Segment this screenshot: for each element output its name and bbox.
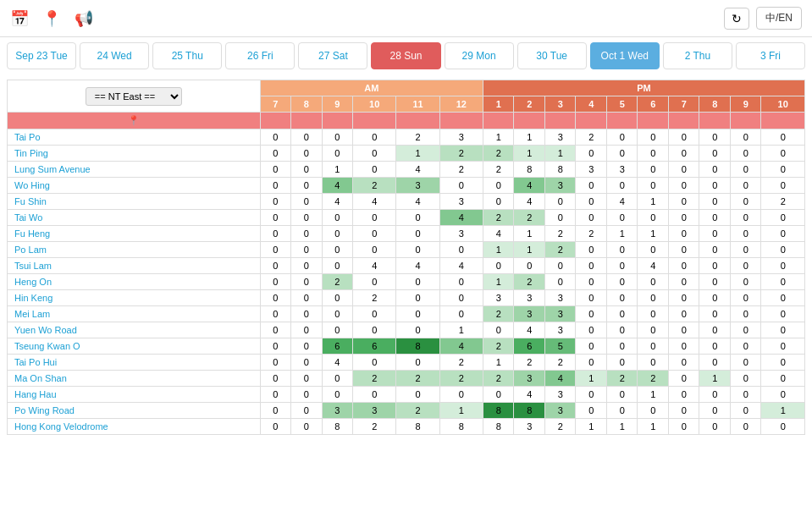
data-cell: 3	[514, 419, 545, 435]
data-cell: 0	[353, 162, 396, 178]
data-cell: 0	[576, 210, 607, 226]
date-tab[interactable]: Sep 23 Tue	[7, 42, 76, 69]
date-tab[interactable]: 28 Sun	[371, 42, 440, 69]
date-tab[interactable]: 2 Thu	[663, 42, 732, 69]
megaphone-icon[interactable]: 📢	[75, 9, 93, 28]
data-cell: 0	[668, 162, 699, 178]
data-cell: 0	[291, 210, 323, 226]
date-tab[interactable]: Oct 1 Wed	[590, 42, 660, 69]
date-tab[interactable]: 30 Tue	[517, 42, 587, 69]
data-cell: 1	[483, 274, 514, 290]
data-cell: 0	[353, 226, 396, 242]
data-cell: 8	[483, 403, 514, 419]
date-tab[interactable]: 26 Fri	[225, 42, 295, 69]
data-cell: 0	[730, 274, 761, 290]
data-cell: 0	[638, 162, 669, 178]
table-row: Hin Keng0002003330000000	[8, 290, 805, 306]
row-name-cell[interactable]: Po Wing Road	[8, 403, 261, 419]
data-cell: 0	[396, 274, 439, 290]
data-cell: 0	[699, 338, 731, 355]
row-name-cell[interactable]: Wo Hing	[8, 178, 261, 194]
data-cell: 0	[576, 322, 607, 338]
data-cell: 0	[396, 210, 439, 226]
data-cell: 0	[396, 306, 439, 322]
row-name-cell[interactable]: Tai Wo	[8, 210, 261, 226]
data-cell: 0	[730, 129, 761, 146]
data-cell: 0	[668, 306, 699, 322]
data-cell: 0	[260, 274, 291, 290]
date-tab[interactable]: 24 Wed	[80, 42, 149, 69]
data-cell: 0	[291, 290, 323, 306]
row-name-cell[interactable]: Hang Hau	[8, 387, 261, 403]
pin-row-name-cell: 📍	[8, 113, 261, 129]
date-tab[interactable]: 3 Fri	[736, 42, 805, 69]
row-name-cell[interactable]: Ma On Shan	[8, 371, 261, 387]
data-cell: 0	[544, 210, 576, 226]
data-cell: 0	[260, 306, 291, 322]
data-cell: 1	[576, 419, 607, 435]
location-icon[interactable]: 📍	[42, 9, 61, 28]
row-name-cell[interactable]: Lung Sum Avenue	[8, 162, 261, 178]
data-cell: 3	[544, 290, 576, 306]
data-cell: 4	[439, 210, 483, 226]
row-name-cell[interactable]: Yuen Wo Road	[8, 322, 261, 338]
language-button[interactable]: 中/EN	[756, 7, 802, 30]
data-cell: 0	[730, 419, 761, 435]
table-row: Fu Heng0000034122110000	[8, 226, 805, 242]
data-cell: 0	[291, 258, 323, 274]
data-cell: 0	[668, 419, 699, 435]
calendar-icon[interactable]: 📅	[10, 9, 29, 28]
data-cell: 4	[638, 258, 669, 274]
row-name-cell[interactable]: Mei Lam	[8, 306, 261, 322]
refresh-button[interactable]: ↻	[724, 8, 749, 30]
row-name-cell[interactable]: Tin Ping	[8, 146, 261, 162]
data-cell: 8	[514, 162, 545, 178]
data-cell: 8	[514, 403, 545, 419]
row-name-cell[interactable]: Hong Kong Velodrome	[8, 419, 261, 435]
table-row: Tseung Kwan O0066842650000000	[8, 338, 805, 355]
row-name-cell[interactable]: Heng On	[8, 274, 261, 290]
data-cell: 4	[353, 194, 396, 210]
data-cell: 4	[322, 194, 353, 210]
row-name-cell[interactable]: Tsui Lam	[8, 258, 261, 274]
route-selector[interactable]: == NT East ==== NT West ==== Kowloon ===…	[86, 87, 182, 106]
data-cell: 0	[291, 322, 323, 338]
date-tab[interactable]: 27 Sat	[298, 42, 367, 69]
row-name-cell[interactable]: Tseung Kwan O	[8, 338, 261, 355]
data-cell: 0	[260, 371, 291, 387]
pm-hour-header: 5	[606, 96, 638, 113]
data-cell: 0	[322, 306, 353, 322]
data-cell: 4	[483, 226, 514, 242]
data-cell: 4	[514, 387, 545, 403]
data-cell: 2	[483, 162, 514, 178]
row-name-cell[interactable]: Tai Po Hui	[8, 355, 261, 371]
data-cell: 0	[699, 242, 731, 258]
pin-row-cell	[761, 113, 805, 129]
data-cell: 0	[396, 226, 439, 242]
data-cell: 2	[353, 371, 396, 387]
row-name-cell[interactable]: Tai Po	[8, 129, 261, 146]
data-cell: 2	[638, 371, 669, 387]
data-cell: 0	[291, 387, 323, 403]
data-cell: 0	[322, 387, 353, 403]
date-tab[interactable]: 25 Thu	[152, 42, 222, 69]
row-name-cell[interactable]: Fu Heng	[8, 226, 261, 242]
data-cell: 1	[514, 146, 545, 162]
data-cell: 0	[576, 306, 607, 322]
data-cell: 8	[396, 419, 439, 435]
data-cell: 3	[544, 387, 576, 403]
data-cell: 2	[544, 226, 576, 242]
data-cell: 0	[322, 226, 353, 242]
row-name-cell[interactable]: Po Lam	[8, 242, 261, 258]
date-tab[interactable]: 29 Mon	[445, 42, 514, 69]
pin-row-cell	[396, 113, 439, 129]
data-cell: 0	[260, 226, 291, 242]
row-name-cell[interactable]: Fu Shin	[8, 194, 261, 210]
data-cell: 0	[638, 178, 669, 194]
data-cell: 0	[576, 387, 607, 403]
data-cell: 3	[544, 403, 576, 419]
data-cell: 0	[638, 322, 669, 338]
row-name-cell[interactable]: Hin Keng	[8, 290, 261, 306]
data-cell: 0	[576, 178, 607, 194]
pin-row-cell	[544, 113, 576, 129]
